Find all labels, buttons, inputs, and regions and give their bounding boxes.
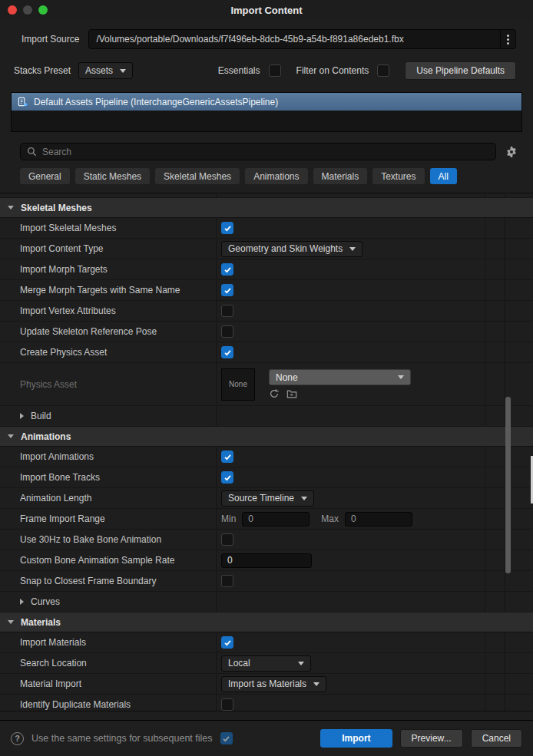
window-controls <box>8 5 48 15</box>
tab-materials[interactable]: Materials <box>313 168 368 184</box>
collapse-arrow-icon[interactable] <box>20 599 24 605</box>
import-vertex-attributes-checkbox[interactable] <box>221 305 233 317</box>
property-value <box>217 467 485 487</box>
property-label: Identify Duplicate Materials <box>0 695 217 711</box>
property-value <box>217 218 485 238</box>
collapse-arrow-icon <box>8 620 14 624</box>
preview-button[interactable]: Preview... <box>400 729 463 748</box>
use-30hz-to-bake-bone-animation-checkbox[interactable] <box>221 533 233 546</box>
property-row-import-skeletal-meshes: Import Skeletal Meshes <box>0 218 533 239</box>
import-button[interactable]: Import <box>320 729 392 748</box>
chevron-down-icon <box>349 247 356 251</box>
property-row-curves[interactable]: Curves <box>0 592 533 612</box>
import-materials-checkbox[interactable] <box>221 636 233 649</box>
cancel-button[interactable]: Cancel <box>471 729 522 748</box>
collapse-arrow-icon <box>8 206 14 210</box>
property-row-identify-duplicate-materials: Identify Duplicate Materials <box>0 695 533 711</box>
section-header-skeletal-meshes[interactable]: Skeletal Meshes <box>0 198 533 218</box>
import-source-field[interactable] <box>88 29 516 49</box>
merge-morph-targets-with-same-name-checkbox[interactable] <box>221 284 233 296</box>
pipeline-item[interactable]: Default Assets Pipeline (InterchangeGene… <box>12 93 521 111</box>
settings-gear-icon[interactable] <box>505 146 518 158</box>
help-icon[interactable]: ? <box>11 732 24 745</box>
collapse-arrow-icon <box>8 434 14 438</box>
stacks-preset-value: Assets <box>85 65 113 76</box>
property-row-frame-import-range: Frame Import RangeMin0Max0 <box>0 509 533 530</box>
animation-length-dropdown[interactable]: Source Timeline <box>221 490 314 507</box>
reset-column <box>485 322 505 342</box>
chevron-down-icon <box>120 69 126 73</box>
custom-bone-animation-sample-rate-input[interactable]: 0 <box>221 553 312 568</box>
scroll-gutter <box>505 280 533 300</box>
tab-skeletal-meshes[interactable]: Skeletal Meshes <box>155 168 240 184</box>
property-label: Use 30Hz to Bake Bone Animation <box>0 530 217 550</box>
import-animations-checkbox[interactable] <box>221 451 233 463</box>
update-skeleton-reference-pose-checkbox[interactable] <box>221 325 233 338</box>
close-window-button[interactable] <box>8 5 17 15</box>
properties-rows: Skeletal MeshesImport Skeletal MeshesImp… <box>0 193 533 711</box>
section-header-materials[interactable]: Materials <box>0 612 533 632</box>
property-label: Import Animations <box>0 447 217 467</box>
search-input[interactable] <box>42 147 489 157</box>
filter-on-contents-checkbox[interactable] <box>377 64 389 77</box>
create-physics-asset-checkbox[interactable] <box>221 346 233 358</box>
property-label-text: Import Content Type <box>20 243 104 254</box>
identify-duplicate-materials-checkbox[interactable] <box>221 698 233 711</box>
import-bone-tracks-checkbox[interactable] <box>221 471 233 484</box>
material-import-dropdown[interactable]: Import as Materials <box>221 676 326 692</box>
property-label-text: Use 30Hz to Bake Bone Animation <box>20 534 161 545</box>
property-value: NoneNone <box>217 363 485 405</box>
property-label: Import Content Type <box>0 239 217 259</box>
property-row-import-bone-tracks: Import Bone Tracks <box>0 467 533 488</box>
property-row-use-30hz-to-bake-bone-animation: Use 30Hz to Bake Bone Animation <box>0 530 533 550</box>
reset-column <box>485 674 505 694</box>
max-input[interactable]: 0 <box>345 512 412 527</box>
tab-animations[interactable]: Animations <box>245 168 307 184</box>
collapse-arrow-icon[interactable] <box>20 413 24 419</box>
import-source-input[interactable] <box>89 30 500 48</box>
stacks-preset-dropdown[interactable]: Assets <box>78 62 133 79</box>
property-label: Import Bone Tracks <box>0 467 217 487</box>
property-label: Build <box>0 406 217 426</box>
kebab-menu-icon[interactable] <box>500 30 515 48</box>
use-selected-asset-icon[interactable] <box>269 388 280 399</box>
scroll-gutter <box>505 193 533 197</box>
scroll-gutter <box>505 571 533 591</box>
tab-all[interactable]: All <box>430 168 457 184</box>
property-label: Search Location <box>0 653 217 673</box>
chevron-down-icon <box>398 375 404 379</box>
tab-textures[interactable]: Textures <box>372 168 424 184</box>
property-row-animation-length: Animation LengthSource Timeline <box>0 488 533 509</box>
tab-general[interactable]: General <box>20 168 70 184</box>
search-location-dropdown[interactable]: Local <box>221 655 311 672</box>
physics-asset-dropdown[interactable]: None <box>269 369 411 385</box>
use-pipeline-defaults-button[interactable]: Use Pipeline Defaults <box>405 61 516 80</box>
browse-to-asset-icon[interactable] <box>286 388 297 399</box>
snap-to-closest-frame-boundary-checkbox[interactable] <box>221 575 233 587</box>
scroll-gutter <box>505 632 533 652</box>
minimize-window-button[interactable] <box>23 5 32 15</box>
physics-asset-thumbnail[interactable]: None <box>221 368 255 401</box>
search-row <box>20 143 518 160</box>
titlebar: Import Content <box>0 0 533 20</box>
section-header-animations[interactable]: Animations <box>0 427 533 447</box>
properties-scrollbar-thumb[interactable] <box>505 397 511 573</box>
search-box[interactable] <box>20 143 496 160</box>
max-label: Max <box>321 513 339 524</box>
tab-static-meshes[interactable]: Static Meshes <box>75 168 150 184</box>
subsequent-files-checkbox[interactable] <box>220 732 233 744</box>
property-row-import-morph-targets: Import Morph Targets <box>0 259 533 280</box>
tab-bar: GeneralStatic MeshesSkeletal MeshesAnima… <box>20 168 521 184</box>
import-content-type-dropdown[interactable]: Geometry and Skin Weights <box>221 241 363 257</box>
property-label <box>0 193 217 197</box>
property-row-build[interactable]: Build <box>0 406 533 427</box>
import-morph-targets-checkbox[interactable] <box>221 263 233 276</box>
essentials-checkbox[interactable] <box>269 64 281 77</box>
reset-column <box>485 488 505 508</box>
import-skeletal-meshes-checkbox[interactable] <box>221 222 233 234</box>
min-input[interactable]: 0 <box>242 512 310 527</box>
section-label: Skeletal Meshes <box>21 203 92 213</box>
scroll-gutter <box>505 301 533 321</box>
zoom-window-button[interactable] <box>38 5 48 15</box>
chevron-down-icon <box>298 662 304 665</box>
